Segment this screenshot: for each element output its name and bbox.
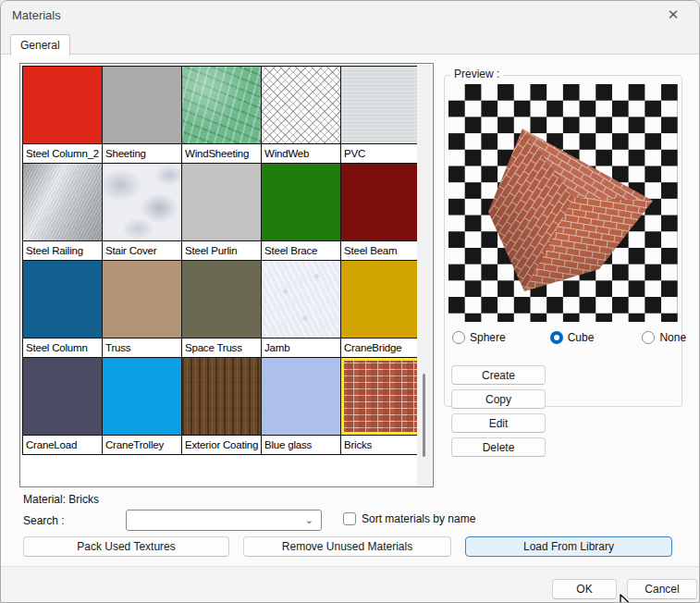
material-swatch[interactable]	[182, 358, 261, 435]
material-swatch[interactable]	[23, 164, 102, 240]
material-item[interactable]: Stair Cover	[103, 164, 181, 260]
material-item[interactable]: Bricks	[341, 358, 420, 454]
tab-general[interactable]: General	[10, 34, 70, 55]
material-item[interactable]: Exterior Coating	[182, 358, 261, 454]
material-label: Stair Cover	[103, 240, 181, 260]
sort-checkbox[interactable]	[343, 512, 356, 525]
edit-button[interactable]: Edit	[451, 413, 546, 433]
search-label: Search :	[23, 514, 65, 527]
ok-button[interactable]: OK	[552, 579, 617, 599]
material-swatch[interactable]	[262, 164, 340, 240]
radio-cube-label: Cube	[568, 331, 595, 344]
material-label: PVC	[341, 143, 420, 163]
material-label: Steel Column_2	[23, 143, 102, 163]
material-swatch[interactable]	[23, 67, 102, 143]
material-item[interactable]: Steel Beam	[341, 164, 420, 260]
material-swatch[interactable]	[103, 358, 181, 435]
material-swatch[interactable]	[103, 164, 181, 240]
preview-groupbox: Preview :	[444, 75, 682, 407]
materials-listbox[interactable]: Steel Column_2SheetingWindSheetingWindWe…	[19, 63, 434, 487]
material-item[interactable]: Steel Column_2	[23, 67, 102, 163]
tab-strip: General	[1, 29, 699, 55]
radio-cube[interactable]: Cube	[550, 331, 595, 344]
material-label: Exterior Coating	[182, 435, 261, 454]
radio-cube-dot[interactable]	[550, 331, 563, 344]
material-swatch[interactable]	[262, 358, 340, 435]
radio-sphere-dot[interactable]	[452, 331, 465, 344]
radio-none[interactable]: None	[642, 331, 686, 344]
material-item[interactable]: CraneBridge	[341, 261, 420, 357]
material-label: CraneBridge	[341, 338, 420, 357]
material-label: Bricks	[341, 435, 420, 454]
close-icon[interactable]: ✕	[655, 3, 692, 27]
pack-used-textures-button[interactable]: Pack Used Textures	[23, 536, 229, 557]
material-label: Steel Brace	[262, 240, 340, 260]
create-button[interactable]: Create	[451, 365, 546, 385]
brick-cube-preview	[448, 84, 678, 322]
material-item[interactable]: Truss	[103, 261, 181, 357]
material-item[interactable]: PVC	[341, 67, 420, 163]
material-item[interactable]: Jamb	[262, 261, 340, 357]
material-swatch[interactable]	[341, 67, 420, 143]
material-item[interactable]: Steel Purlin	[182, 164, 261, 260]
material-label: CraneTrolley	[103, 435, 181, 454]
selected-material-label: Material: Bricks	[23, 493, 99, 506]
preview-render	[448, 84, 678, 322]
material-swatch[interactable]	[23, 358, 102, 435]
materials-dialog: Materials ✕ General Steel Column_2Sheeti…	[0, 0, 700, 603]
material-item[interactable]: Steel Railing	[23, 164, 102, 260]
material-label: Jamb	[262, 338, 340, 357]
material-swatch[interactable]	[341, 261, 420, 338]
material-item[interactable]: WindSheeting	[182, 67, 261, 163]
remove-unused-materials-button[interactable]: Remove Unused Materials	[243, 536, 451, 557]
material-item[interactable]: Blue glass	[262, 358, 340, 454]
material-item[interactable]: WindWeb	[262, 67, 340, 163]
material-swatch[interactable]	[341, 164, 420, 240]
preview-mode-radios: Sphere Cube None	[445, 326, 682, 350]
title-bar: Materials ✕	[1, 1, 699, 29]
material-swatch[interactable]	[262, 261, 340, 338]
chevron-down-icon[interactable]: ⌄	[305, 514, 313, 526]
radio-sphere-label: Sphere	[470, 331, 506, 344]
delete-button[interactable]: Delete	[451, 437, 546, 457]
load-from-library-button[interactable]: Load From Library	[465, 536, 672, 557]
material-swatch[interactable]	[103, 67, 181, 143]
material-label: WindWeb	[262, 143, 340, 163]
material-item[interactable]: Space Truss	[182, 261, 261, 357]
material-swatch[interactable]	[341, 358, 420, 435]
radio-none-label: None	[659, 331, 686, 344]
search-combobox[interactable]: ⌄	[126, 510, 322, 531]
copy-button[interactable]: Copy	[451, 389, 546, 409]
window-title: Materials	[12, 8, 61, 22]
material-label: Sheeting	[103, 143, 181, 163]
material-item[interactable]: CraneTrolley	[103, 358, 181, 454]
material-swatch[interactable]	[182, 164, 261, 240]
sort-checkbox-label: Sort materials by name	[362, 512, 475, 525]
cancel-button[interactable]: Cancel	[627, 579, 697, 599]
material-label: Space Truss	[182, 338, 261, 357]
material-item[interactable]: Steel Column	[23, 261, 102, 357]
material-label: WindSheeting	[182, 143, 261, 163]
material-swatch[interactable]	[182, 67, 261, 143]
materials-scrollbar[interactable]	[417, 65, 432, 486]
material-swatch[interactable]	[23, 261, 102, 338]
radio-sphere[interactable]: Sphere	[452, 331, 506, 344]
material-swatch[interactable]	[262, 67, 340, 143]
material-item[interactable]: CraneLoad	[23, 358, 102, 454]
material-label: Blue glass	[262, 435, 340, 454]
material-label: Steel Purlin	[182, 240, 261, 260]
material-swatch[interactable]	[103, 261, 181, 338]
scrollbar-thumb[interactable]	[423, 374, 425, 457]
material-item[interactable]: Steel Brace	[262, 164, 340, 260]
material-label: Steel Railing	[23, 240, 102, 260]
sort-checkbox-row[interactable]: Sort materials by name	[343, 512, 475, 525]
preview-label: Preview :	[450, 68, 503, 80]
radio-none-dot[interactable]	[642, 331, 655, 344]
material-label: Truss	[103, 338, 181, 357]
material-label: CraneLoad	[23, 435, 102, 454]
dialog-footer: OK Cancel	[1, 566, 699, 603]
material-item[interactable]: Sheeting	[103, 67, 181, 163]
material-swatch[interactable]	[182, 261, 261, 338]
material-label: Steel Beam	[341, 240, 420, 260]
materials-grid: Steel Column_2SheetingWindSheetingWindWe…	[22, 66, 422, 455]
